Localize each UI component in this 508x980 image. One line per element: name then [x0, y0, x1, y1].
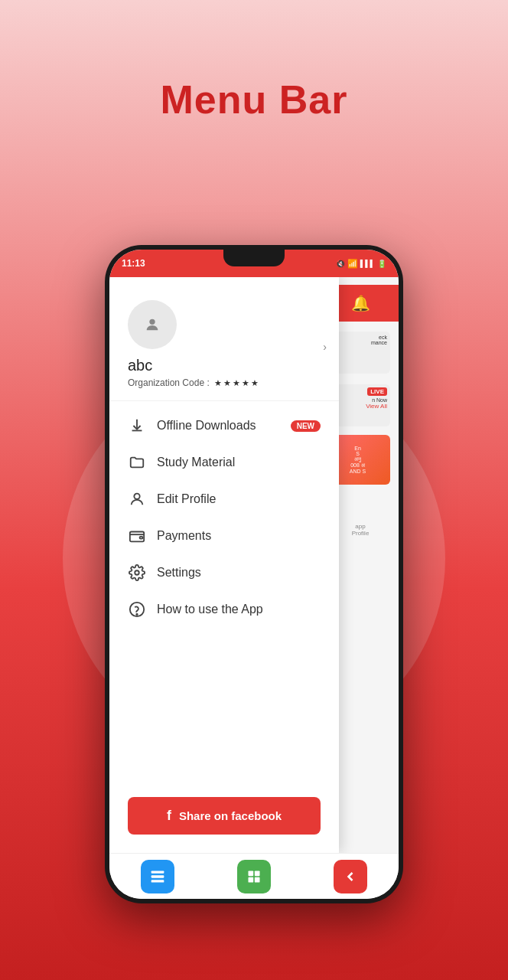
nav-back-button[interactable] — [334, 860, 367, 893]
wallet-icon — [128, 527, 146, 545]
wifi-icon: 📶 — [347, 259, 358, 269]
person-icon — [144, 316, 161, 333]
settings-icon — [128, 564, 146, 582]
menu-label-edit-profile: Edit Profile — [157, 492, 321, 506]
menu-label-settings: Settings — [157, 566, 321, 580]
bottom-nav — [109, 853, 399, 899]
svg-point-6 — [136, 614, 137, 615]
menu-item-how-to-use[interactable]: How to use the App — [109, 591, 339, 628]
svg-rect-11 — [255, 871, 260, 876]
menu-label-how-to-use: How to use the App — [157, 603, 321, 616]
page-title: Menu Bar — [161, 77, 348, 122]
svg-point-0 — [149, 319, 155, 325]
page-title-section: Menu Bar — [161, 77, 348, 122]
menu-item-payments[interactable]: Payments — [109, 518, 339, 554]
org-label: Organization Code : — [128, 377, 210, 388]
menu-label-study-material: Study Material — [157, 456, 321, 469]
menu-item-settings[interactable]: Settings — [109, 554, 339, 591]
phone-mockup: 11:13 🔇 📶 ▌▌▌ 🔋 🔔 eck mance — [105, 245, 403, 903]
signal-icon: ▌▌▌ — [360, 260, 375, 267]
nav-home-button[interactable] — [141, 860, 174, 893]
org-stars: ★★★★★ — [214, 378, 260, 388]
svg-rect-3 — [140, 537, 143, 539]
svg-rect-7 — [151, 871, 164, 873]
download-icon — [128, 416, 146, 435]
profile-section: abc Organization Code : ★★★★★ › — [109, 292, 339, 401]
live-badge: LIVE — [367, 387, 387, 396]
facebook-icon: f — [167, 808, 171, 824]
app-body: 🔔 eck mance LIVE n Now View All — [109, 277, 399, 853]
status-icons: 🔇 📶 ▌▌▌ 🔋 — [336, 259, 386, 269]
org-code-row: Organization Code : ★★★★★ — [128, 377, 260, 388]
facebook-btn-wrap: f Share on facebook — [109, 785, 339, 853]
phone-screen: 11:13 🔇 📶 ▌▌▌ 🔋 🔔 eck mance — [109, 250, 399, 899]
menu-label-payments: Payments — [157, 529, 321, 543]
menu-item-offline-downloads[interactable]: Offline Downloads NEW — [109, 407, 339, 444]
menu-label-offline-downloads: Offline Downloads — [157, 419, 280, 433]
drawer-menu: abc Organization Code : ★★★★★ › — [109, 277, 339, 853]
person-edit-icon — [128, 490, 146, 508]
menu-list: Offline Downloads NEW Study Material — [109, 401, 339, 785]
status-time: 11:13 — [122, 258, 145, 269]
nav-apps-button[interactable] — [237, 860, 271, 893]
svg-rect-9 — [151, 880, 164, 882]
svg-rect-8 — [151, 875, 164, 877]
mute-icon: 🔇 — [336, 260, 345, 268]
share-on-facebook-button[interactable]: f Share on facebook — [128, 797, 321, 835]
chevron-right-icon: › — [323, 341, 327, 353]
help-icon — [128, 600, 146, 619]
svg-rect-10 — [249, 871, 254, 876]
avatar — [128, 300, 177, 349]
svg-point-4 — [135, 570, 139, 575]
battery-icon: 🔋 — [377, 260, 386, 268]
bell-icon: 🔔 — [351, 294, 370, 312]
svg-point-1 — [134, 494, 139, 499]
folder-icon — [128, 453, 146, 472]
new-badge: NEW — [291, 420, 321, 432]
svg-rect-12 — [249, 877, 254, 882]
phone-notch — [223, 250, 285, 266]
facebook-btn-label: Share on facebook — [179, 809, 282, 822]
username: abc — [128, 357, 152, 374]
svg-rect-13 — [255, 877, 260, 882]
menu-item-study-material[interactable]: Study Material — [109, 444, 339, 481]
menu-item-edit-profile[interactable]: Edit Profile — [109, 481, 339, 518]
